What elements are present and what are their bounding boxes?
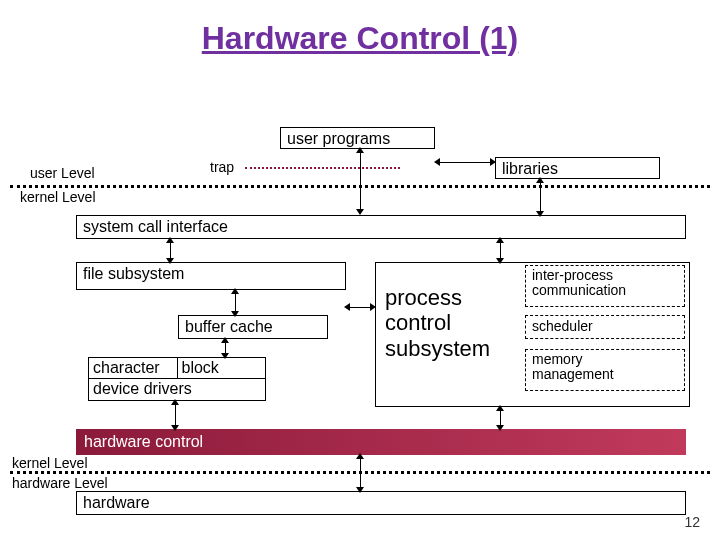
arrow-hwc-hw (360, 459, 361, 487)
device-drivers-caption: device drivers (89, 379, 196, 399)
arrow-libraries-sci (540, 183, 541, 211)
system-call-interface-box: system call interface (76, 215, 686, 239)
user-programs-box: user programs (280, 127, 435, 149)
ipc-box: inter-process communication (525, 265, 685, 307)
scheduler-box: scheduler (525, 315, 685, 339)
device-drivers-box: character block device drivers (88, 357, 266, 401)
hardware-level-label: hardware Level (12, 475, 108, 491)
device-drivers-character: character (89, 358, 178, 378)
slide-title: Hardware Control (1) (0, 0, 720, 67)
arrow-file-buffer (235, 294, 236, 311)
arrow-programs-sci (360, 153, 361, 209)
buffer-cache-label: buffer cache (185, 318, 273, 336)
libraries-box: libraries (495, 157, 660, 179)
user-level-label: user Level (30, 165, 95, 181)
arrow-sci-file (170, 243, 171, 258)
buffer-cache-box: buffer cache (178, 315, 328, 339)
user-programs-label: user programs (287, 130, 390, 148)
arrow-sci-process (500, 243, 501, 258)
system-call-interface-label: system call interface (83, 218, 228, 236)
libraries-label: libraries (502, 160, 558, 178)
arrow-devdrv-hwc (175, 405, 176, 425)
page-number: 12 (684, 514, 700, 530)
arrow-file-process (350, 307, 370, 308)
hardware-control-label: hardware control (84, 433, 203, 450)
file-subsystem-label: file subsystem (83, 265, 184, 283)
ipc-label: inter-process communication (532, 268, 626, 299)
trap-label: trap (210, 159, 234, 175)
scheduler-label: scheduler (532, 318, 593, 334)
process-control-subsystem-label: process control subsystem (385, 285, 505, 361)
kernel-level-upper-label: kernel Level (20, 189, 96, 205)
memory-management-label: memory management (532, 352, 614, 383)
trap-arrow (245, 167, 400, 169)
file-subsystem-box: file subsystem (76, 262, 346, 290)
kernel-level-lower-label: kernel Level (12, 455, 88, 471)
arrow-programs-libraries (440, 162, 490, 163)
device-drivers-block: block (178, 358, 266, 378)
hardware-control-box: hardware control (76, 429, 686, 455)
arrow-process-hwc (500, 411, 501, 425)
diagram-canvas: user programs libraries trap user Level … (0, 67, 720, 527)
arrow-buffer-block (225, 343, 226, 353)
hardware-label: hardware (83, 494, 150, 512)
memory-management-box: memory management (525, 349, 685, 391)
hardware-box: hardware (76, 491, 686, 515)
